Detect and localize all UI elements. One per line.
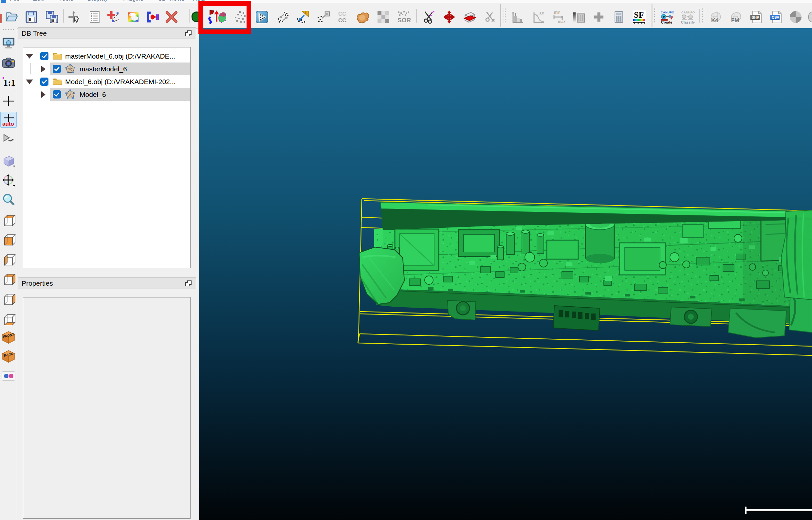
cloudcompare-window: FileEditToolsDisplayPlugins3D ViewsHelp … xyxy=(0,0,812,520)
sf-colorscale-icon[interactable]: SF xyxy=(632,5,646,25)
toolbar-grip-icon[interactable] xyxy=(702,7,704,24)
view-top-icon[interactable] xyxy=(1,212,16,228)
menu-item-display[interactable]: Display xyxy=(87,0,108,2)
view-back-iso-icon[interactable]: BACK xyxy=(1,349,16,364)
fine-registration-icon[interactable] xyxy=(316,5,330,25)
db-tree-panel-title: DB Tree xyxy=(18,27,196,39)
screenshot-camera-icon[interactable] xyxy=(1,55,16,70)
properties-title-label: Properties xyxy=(22,280,53,287)
view-iso-icon[interactable] xyxy=(1,271,16,286)
expander-down-icon[interactable] xyxy=(26,75,33,88)
zoom-global-icon[interactable] xyxy=(67,5,81,25)
sf-gauss-icon[interactable]: μ,σ xyxy=(531,5,546,25)
translate-rotate-icon[interactable] xyxy=(442,5,456,25)
delete-icon[interactable] xyxy=(164,5,179,25)
toolbar-separator xyxy=(416,9,417,23)
save-icon[interactable] xyxy=(24,5,39,25)
view-bottom-icon[interactable] xyxy=(1,312,16,327)
zoom-mag-icon[interactable] xyxy=(1,192,16,207)
cross-section-icon[interactable] xyxy=(462,5,477,25)
open-icon[interactable] xyxy=(4,5,19,25)
edge-partial-icon[interactable] xyxy=(804,5,812,25)
pivot-icon[interactable] xyxy=(1,94,16,109)
zoom-1-1-icon[interactable]: 1:1 xyxy=(1,74,16,89)
view-front-icon[interactable] xyxy=(1,232,16,247)
expander-right-icon[interactable] xyxy=(41,62,46,75)
tree-row[interactable]: masterModel_6.obj (D:/VRAKADE... xyxy=(23,50,190,62)
toolbar-grip-icon[interactable] xyxy=(503,7,506,24)
facets-icon[interactable] xyxy=(788,5,803,25)
sf-add-icon[interactable] xyxy=(592,5,606,25)
cloud-cloud-dist-icon[interactable]: CCCC xyxy=(336,5,351,25)
toolbar-separator xyxy=(699,9,700,23)
closest-point-set-icon[interactable] xyxy=(376,5,390,25)
tree-row[interactable]: Model_6 xyxy=(23,88,190,101)
svg-text:CSV: CSV xyxy=(772,16,779,19)
menu-item-file[interactable]: File xyxy=(10,0,20,2)
scale-bar xyxy=(746,506,812,514)
tree-row[interactable]: Model_6.obj (D:/VRAKADEMI-202... xyxy=(23,75,190,88)
sf-histogram-icon[interactable] xyxy=(510,5,525,25)
db-tree: masterModel_6.obj (D:/VRAKADE...masterMo… xyxy=(23,47,191,268)
expander-right-icon[interactable] xyxy=(41,88,46,101)
kd-icon[interactable]: Kd xyxy=(709,5,723,25)
svg-text:CANUPO: CANUPO xyxy=(661,10,674,14)
view-right-icon[interactable] xyxy=(1,291,16,306)
pick-point-icon[interactable] xyxy=(107,5,121,25)
pivot-auto-icon[interactable]: auto xyxy=(0,112,17,128)
toolbar-grip-icon[interactable] xyxy=(1,29,15,31)
perspective-cube-icon[interactable] xyxy=(1,153,16,168)
point-list-picking-icon[interactable] xyxy=(483,5,497,25)
save-all-icon[interactable] xyxy=(44,5,59,25)
console-icon[interactable] xyxy=(87,5,102,25)
svg-text:SF: SF xyxy=(634,10,644,20)
tree-item-label[interactable]: masterModel_6.obj (D:/VRAKADE... xyxy=(65,50,175,62)
canupo-classify-icon[interactable]: CANUPOClassify xyxy=(680,5,695,25)
sf-arithmetic-icon[interactable] xyxy=(612,5,626,25)
sample-mesh-icon[interactable] xyxy=(296,5,310,25)
view-frustum-icon[interactable] xyxy=(1,130,16,145)
visibility-checkbox[interactable] xyxy=(53,88,61,101)
svg-text:1:1: 1:1 xyxy=(3,78,16,88)
colors-icon[interactable] xyxy=(126,5,141,25)
stereo-icon[interactable] xyxy=(1,368,16,384)
menu-item-edit[interactable]: Edit xyxy=(33,0,44,2)
visibility-checkbox[interactable] xyxy=(53,62,61,75)
expander-down-icon[interactable] xyxy=(26,50,33,62)
float-panel-icon[interactable] xyxy=(185,30,192,37)
menu-item-plugins[interactable]: Plugins xyxy=(123,0,144,2)
toolbar-grip-icon[interactable] xyxy=(654,7,656,24)
match-scales-icon[interactable] xyxy=(275,5,290,25)
tree-item-label[interactable]: Model_6.obj (D:/VRAKADEMI-202... xyxy=(65,75,176,88)
tree-item-label[interactable]: masterModel_6 xyxy=(80,62,127,75)
canupo-create-icon[interactable]: CANUPOCreate xyxy=(660,5,674,25)
scanned-model[interactable] xyxy=(359,202,812,338)
csv-icon[interactable]: CSV xyxy=(769,5,784,25)
segment-icon[interactable] xyxy=(422,5,436,25)
sf-delete-icon[interactable] xyxy=(572,5,586,25)
sor-filter-icon[interactable]: SOR xyxy=(396,5,411,25)
view-front-iso-icon[interactable]: FRONT xyxy=(1,330,16,345)
folder-icon xyxy=(52,50,62,62)
view-left-icon[interactable] xyxy=(1,252,16,267)
pan-mode-icon[interactable] xyxy=(1,173,16,187)
fm-icon[interactable]: FM xyxy=(729,5,743,25)
visibility-checkbox[interactable] xyxy=(40,50,48,62)
properties-panel-title: Properties xyxy=(18,278,196,289)
dock-divider xyxy=(17,28,17,520)
visibility-checkbox[interactable] xyxy=(40,75,48,88)
db-tree-title-label: DB Tree xyxy=(22,29,47,37)
menu-item-tools[interactable]: Tools xyxy=(59,0,73,2)
svg-text:CC: CC xyxy=(338,11,347,17)
tree-item-label[interactable]: Model_6 xyxy=(80,88,106,101)
render-screen-icon[interactable] xyxy=(1,35,16,50)
cloud-mesh-dist-icon[interactable] xyxy=(356,5,371,25)
csf-filter-icon[interactable] xyxy=(255,5,269,25)
float-panel-icon[interactable] xyxy=(185,280,192,287)
shp-icon[interactable]: SHP xyxy=(750,5,764,25)
apply-transform-icon[interactable] xyxy=(145,5,160,25)
sf-minmax-icon[interactable]: minmax xyxy=(551,5,566,25)
viewport-3d[interactable] xyxy=(199,28,812,520)
menu-item-3d-views[interactable]: 3D Views xyxy=(158,0,185,2)
tree-row[interactable]: masterModel_6 xyxy=(23,62,190,75)
